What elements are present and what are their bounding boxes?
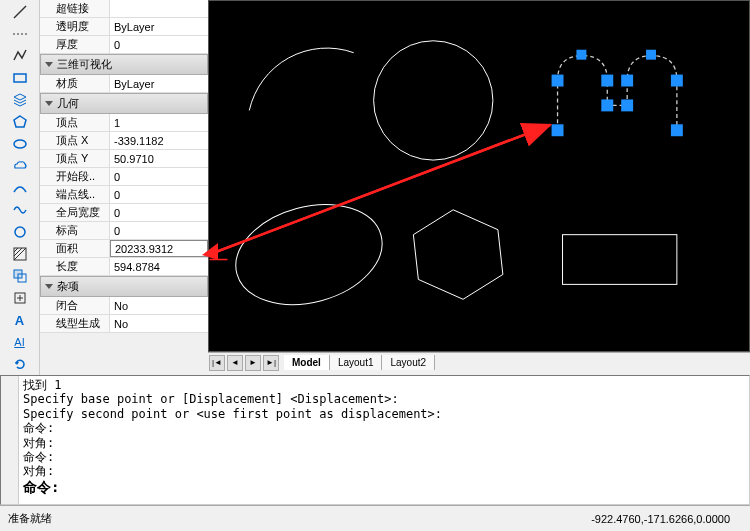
prop-label: 端点线.. bbox=[40, 186, 110, 203]
status-coords: -922.4760,-171.6266,0.0000 bbox=[591, 513, 730, 525]
tab-model[interactable]: Model bbox=[284, 355, 330, 370]
svg-marker-3 bbox=[14, 116, 26, 127]
properties-panel: 超链接 透明度ByLayer 厚度0 三维可视化 材质ByLayer 几何 顶点… bbox=[40, 0, 208, 375]
status-ready: 准备就绪 bbox=[8, 511, 52, 526]
cmd-history: 找到 1 Specify base point or [Displacement… bbox=[19, 376, 749, 504]
svg-line-7 bbox=[14, 248, 18, 252]
prop-label: 超链接 bbox=[40, 0, 110, 17]
prop-label: 顶点 bbox=[40, 114, 110, 131]
svg-rect-16 bbox=[552, 124, 564, 136]
command-window[interactable]: 找到 1 Specify base point or [Displacement… bbox=[0, 375, 750, 505]
svg-line-0 bbox=[14, 6, 26, 18]
arc-tool-icon[interactable] bbox=[9, 178, 31, 198]
text-tool-a-icon[interactable]: A bbox=[9, 310, 31, 330]
layout-tabs: |◄ ◄ ► ►| Model Layout1 Layout2 bbox=[208, 352, 750, 372]
svg-point-4 bbox=[14, 140, 26, 148]
tab-first-icon[interactable]: |◄ bbox=[209, 355, 225, 371]
circle-shape[interactable] bbox=[374, 41, 493, 160]
tab-last-icon[interactable]: ►| bbox=[263, 355, 279, 371]
prop-value[interactable]: ByLayer bbox=[110, 18, 208, 35]
tab-layout2[interactable]: Layout2 bbox=[382, 355, 435, 370]
cmd-prompt[interactable]: 命令: bbox=[23, 479, 59, 495]
svg-rect-21 bbox=[621, 75, 633, 87]
prop-value[interactable]: 1 bbox=[110, 114, 208, 131]
section-3d-visual[interactable]: 三维可视化 bbox=[40, 54, 208, 75]
ellipse-tool-icon[interactable] bbox=[9, 134, 31, 154]
tab-layout1[interactable]: Layout1 bbox=[330, 355, 383, 370]
prop-label: 顶点 X bbox=[40, 132, 110, 149]
text-tool-icon[interactable]: AI bbox=[9, 332, 31, 352]
prop-value[interactable]: 0 bbox=[110, 168, 208, 185]
prop-value[interactable]: 0 bbox=[110, 36, 208, 53]
polyline-tool-icon[interactable] bbox=[9, 46, 31, 66]
layers-icon[interactable] bbox=[9, 90, 31, 110]
rectangle-tool-icon[interactable] bbox=[9, 68, 31, 88]
svg-rect-18 bbox=[601, 75, 613, 87]
prop-value[interactable]: 0 bbox=[110, 222, 208, 239]
svg-rect-23 bbox=[671, 124, 683, 136]
prop-value[interactable]: 50.9710 bbox=[110, 150, 208, 167]
polygon-tool-icon[interactable] bbox=[9, 112, 31, 132]
spline-tool-icon[interactable] bbox=[9, 200, 31, 220]
prop-value[interactable]: No bbox=[110, 315, 208, 332]
tool-palette: A AI bbox=[0, 0, 40, 375]
svg-rect-25 bbox=[646, 50, 656, 60]
line-tool-icon[interactable] bbox=[9, 2, 31, 22]
status-bar: 准备就绪 -922.4760,-171.6266,0.0000 bbox=[0, 505, 750, 531]
prop-label: 透明度 bbox=[40, 18, 110, 35]
region-tool-icon[interactable] bbox=[9, 266, 31, 286]
svg-rect-2 bbox=[14, 74, 26, 82]
svg-rect-19 bbox=[601, 99, 613, 111]
tab-prev-icon[interactable]: ◄ bbox=[227, 355, 243, 371]
prop-label: 长度 bbox=[40, 258, 110, 275]
prop-label: 标高 bbox=[40, 222, 110, 239]
prop-value[interactable]: 0 bbox=[110, 204, 208, 221]
tab-next-icon[interactable]: ► bbox=[245, 355, 261, 371]
insert-block-icon[interactable] bbox=[9, 288, 31, 308]
prop-label: 全局宽度 bbox=[40, 204, 110, 221]
prop-label: 面积 bbox=[40, 240, 110, 257]
prop-value[interactable]: 0 bbox=[110, 186, 208, 203]
construction-line-icon[interactable] bbox=[9, 24, 31, 44]
svg-rect-17 bbox=[552, 75, 564, 87]
prop-value[interactable]: 594.8784 bbox=[110, 258, 208, 275]
hatch-tool-icon[interactable] bbox=[9, 244, 31, 264]
prop-value[interactable]: ByLayer bbox=[110, 75, 208, 92]
prop-label: 顶点 Y bbox=[40, 150, 110, 167]
prop-label: 厚度 bbox=[40, 36, 110, 53]
circle-tool-icon[interactable] bbox=[9, 222, 31, 242]
prop-label: 开始段.. bbox=[40, 168, 110, 185]
prop-label: 闭合 bbox=[40, 297, 110, 314]
prop-value[interactable]: -339.1182 bbox=[110, 132, 208, 149]
selected-polyline[interactable] bbox=[552, 50, 683, 137]
prop-value[interactable] bbox=[110, 0, 208, 17]
svg-point-5 bbox=[15, 227, 25, 237]
drawing-canvas[interactable] bbox=[208, 0, 750, 352]
area-value[interactable]: 20233.9312 bbox=[110, 240, 208, 257]
svg-rect-22 bbox=[671, 75, 683, 87]
section-misc[interactable]: 杂项 bbox=[40, 276, 208, 297]
svg-rect-20 bbox=[621, 99, 633, 111]
cloud-tool-icon[interactable] bbox=[9, 156, 31, 176]
hexagon-shape[interactable] bbox=[413, 210, 502, 299]
prop-label: 线型生成 bbox=[40, 315, 110, 332]
prop-value[interactable]: No bbox=[110, 297, 208, 314]
rectangle-shape[interactable] bbox=[563, 235, 677, 285]
svg-rect-24 bbox=[576, 50, 586, 60]
section-geometry[interactable]: 几何 bbox=[40, 93, 208, 114]
svg-line-8 bbox=[14, 248, 22, 256]
cmd-scrollbar[interactable] bbox=[1, 376, 19, 504]
refresh-icon[interactable] bbox=[9, 354, 31, 374]
arc-shape[interactable] bbox=[249, 48, 353, 110]
ellipse-shape[interactable] bbox=[225, 189, 394, 320]
prop-label: 材质 bbox=[40, 75, 110, 92]
